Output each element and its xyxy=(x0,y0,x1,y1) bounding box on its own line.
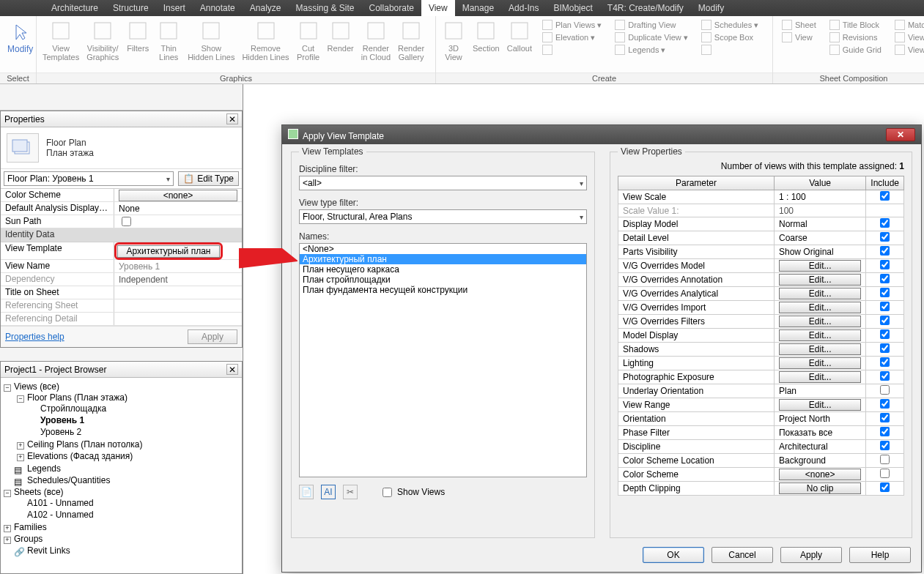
vp-include[interactable] xyxy=(866,426,904,440)
vp-include[interactable] xyxy=(866,301,904,315)
view-template-button[interactable]: Архитектурный план xyxy=(117,245,220,258)
vp-value[interactable]: Edit... xyxy=(774,329,865,343)
vp-include[interactable] xyxy=(866,259,904,273)
modify-tool[interactable]: Modify xyxy=(3,18,37,56)
rename-template-button[interactable]: AI xyxy=(321,485,336,499)
menu-insert[interactable]: Insert xyxy=(156,0,193,16)
tree-toggle[interactable]: + xyxy=(4,525,11,532)
tree-item[interactable]: Уровень 1 xyxy=(40,415,84,425)
ribbon-remove-hidden-lines[interactable]: RemoveHidden Lines xyxy=(239,18,292,63)
ribbon-mini[interactable]: Scope Box xyxy=(700,31,760,43)
properties-close[interactable]: ✕ xyxy=(226,113,238,124)
vp-include[interactable] xyxy=(866,468,904,482)
viewtype-filter-combo[interactable]: Floor, Structural, Area Plans▾ xyxy=(299,209,587,224)
ribbon-cut-profile[interactable]: CutProfile xyxy=(294,18,323,63)
menu-add-ins[interactable]: Add-Ins xyxy=(501,0,546,16)
vp-value[interactable]: Edit... xyxy=(774,273,865,287)
ribbon-mini[interactable]: Elevation ▾ xyxy=(541,31,603,43)
ribbon-mini[interactable]: Drafting View xyxy=(613,19,690,31)
vp-include[interactable] xyxy=(866,273,904,287)
tree-item[interactable]: Families xyxy=(14,522,47,532)
ok-button[interactable]: OK xyxy=(643,547,704,563)
tree-item[interactable]: Views (все) xyxy=(14,381,59,392)
tree-toggle[interactable]: − xyxy=(4,384,11,392)
tree-toggle[interactable]: − xyxy=(4,490,11,497)
vp-value[interactable]: Edit... xyxy=(774,370,865,384)
menu-modify[interactable]: Modify xyxy=(691,0,731,16)
vp-include[interactable] xyxy=(866,412,904,426)
menu-view[interactable]: View xyxy=(421,0,455,16)
ribbon-mini[interactable]: Schedules ▾ xyxy=(700,19,760,31)
prop-value[interactable] xyxy=(114,313,242,325)
vp-value[interactable]: Показать все xyxy=(774,426,865,440)
vp-value[interactable]: Coarse xyxy=(774,231,865,245)
template-name-item[interactable]: План несущего каркаса xyxy=(300,264,586,275)
template-names-list[interactable]: <None>Архитектурный планПлан несущего ка… xyxy=(299,243,587,477)
ribbon-filters[interactable]: Filters xyxy=(123,18,152,54)
tree-toggle[interactable]: − xyxy=(17,395,24,403)
ribbon-mini[interactable]: Matc xyxy=(893,19,924,31)
prop-value[interactable]: Уровень 1 xyxy=(114,260,242,272)
ribbon-show-hidden-lines[interactable]: ShowHidden Lines xyxy=(185,18,237,63)
vp-value[interactable]: Plan xyxy=(774,384,865,398)
tree-toggle[interactable]: + xyxy=(17,442,24,450)
ribbon-mini[interactable]: View xyxy=(893,31,924,43)
tree-item[interactable]: Revit Links xyxy=(27,545,70,556)
vp-include[interactable] xyxy=(866,190,904,204)
ribbon-render[interactable]: Render xyxy=(325,18,357,54)
vp-value[interactable]: Edit... xyxy=(774,343,865,357)
vp-value[interactable]: Normal xyxy=(774,217,865,231)
col-include[interactable]: Include xyxy=(866,176,904,190)
prop-value[interactable] xyxy=(114,286,242,299)
duplicate-template-button[interactable]: 📄 xyxy=(299,485,314,499)
tree-item[interactable]: Schedules/Quantities xyxy=(27,475,110,485)
vp-include[interactable] xyxy=(866,245,904,259)
prop-value[interactable] xyxy=(114,215,242,228)
ribbon-mini[interactable]: View xyxy=(780,31,818,43)
identity-data-section[interactable]: Identity Data xyxy=(1,228,242,241)
tree-toggle[interactable]: + xyxy=(4,537,11,544)
tree-item[interactable]: Ceiling Plans (План потолка) xyxy=(27,439,143,450)
ribbon-callout[interactable]: Callout xyxy=(504,18,535,72)
tree-item[interactable]: Sheets (все) xyxy=(14,487,64,497)
edit-type-button[interactable]: 📋 Edit Type xyxy=(178,171,239,186)
template-name-item[interactable]: Архитектурный план xyxy=(300,254,586,264)
template-name-item[interactable]: План стройплощадки xyxy=(300,275,586,285)
vp-value[interactable]: Edit... xyxy=(774,259,865,273)
ribbon-3d-view[interactable]: 3DView xyxy=(439,18,468,72)
ribbon-render-gallery[interactable]: RenderGallery xyxy=(395,18,427,63)
vp-include[interactable] xyxy=(866,329,904,343)
col-value[interactable]: Value xyxy=(774,176,865,190)
menu-analyze[interactable]: Analyze xyxy=(243,0,289,16)
vp-value[interactable]: Edit... xyxy=(774,398,865,412)
menu-massing-site[interactable]: Massing & Site xyxy=(288,0,361,16)
menu-manage[interactable]: Manage xyxy=(455,0,501,16)
tree-item[interactable]: Groups xyxy=(14,534,42,544)
ribbon-mini[interactable]: Sheet xyxy=(780,19,818,31)
template-name-item[interactable]: План фундамента несущей конструкции xyxy=(300,285,586,295)
vp-include[interactable] xyxy=(866,231,904,245)
vp-include[interactable] xyxy=(866,343,904,357)
menu-collaborate[interactable]: Collaborate xyxy=(362,0,421,16)
cancel-button[interactable]: Cancel xyxy=(712,547,773,563)
vp-value[interactable]: Edit... xyxy=(774,357,865,370)
ribbon-mini[interactable] xyxy=(541,44,603,56)
vp-include[interactable] xyxy=(866,217,904,231)
ribbon-mini[interactable]: Legends ▾ xyxy=(613,44,690,56)
vp-include[interactable] xyxy=(866,204,904,217)
dialog-close-button[interactable]: ✕ xyxy=(886,128,915,141)
ribbon-mini[interactable]: Title Block xyxy=(828,19,883,31)
prop-value[interactable] xyxy=(114,299,242,312)
vp-value[interactable]: Edit... xyxy=(774,301,865,315)
vp-value[interactable]: 100 xyxy=(774,204,865,217)
vp-value[interactable]: 1 : 100 xyxy=(774,190,865,204)
tree-item[interactable]: A101 - Unnamed xyxy=(27,498,94,508)
tree-item[interactable]: Стройплощадка xyxy=(40,403,106,414)
ribbon-mini[interactable]: View xyxy=(893,44,924,56)
tree-item[interactable]: Floor Plans (План этажа) xyxy=(27,392,127,403)
menu-bimobject[interactable]: BIMobject xyxy=(546,0,599,16)
vp-include[interactable] xyxy=(866,287,904,301)
ribbon-thin-lines[interactable]: ThinLines xyxy=(154,18,183,63)
vp-include[interactable] xyxy=(866,440,904,454)
vp-include[interactable] xyxy=(866,315,904,329)
